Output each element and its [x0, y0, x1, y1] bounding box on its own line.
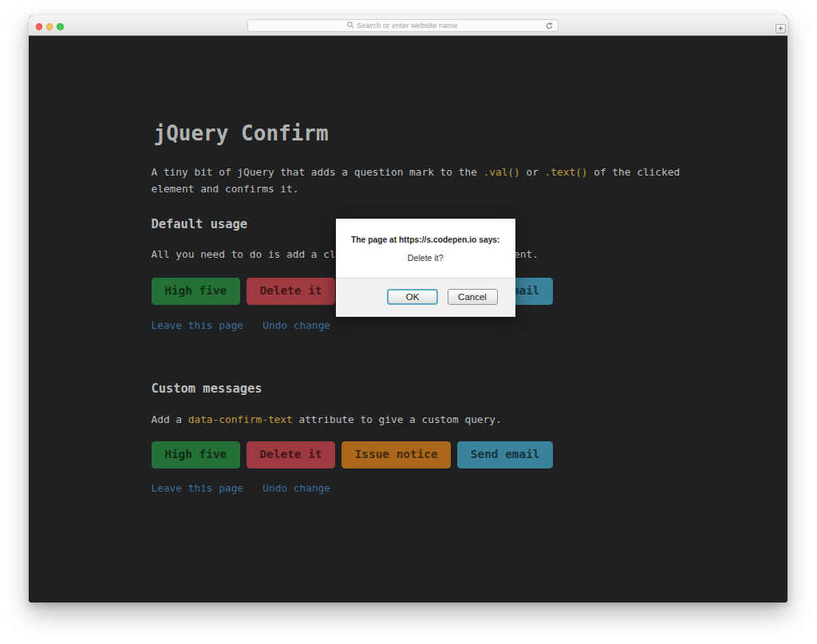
desc2-text-post: attribute to give a custom query.: [293, 413, 502, 425]
issue-notice-button-custom[interactable]: Issue notice: [341, 441, 451, 468]
undo-change-link[interactable]: Undo change: [262, 319, 330, 331]
intro-text-mid: or: [520, 166, 545, 178]
links-row-custom: Leave this page Undo change: [152, 480, 718, 497]
dialog-title: The page at https://s.codepen.io says:: [336, 235, 516, 244]
leave-this-page-link[interactable]: Leave this page: [152, 319, 244, 331]
links-row-default: Leave this page Undo change: [152, 318, 718, 334]
address-bar[interactable]: Search or enter website name: [247, 19, 558, 32]
browser-titlebar: Search or enter website name +: [29, 15, 787, 36]
send-email-button-custom[interactable]: Send email: [457, 441, 553, 468]
search-icon: [347, 22, 354, 29]
dialog-message: Delete it?: [336, 253, 516, 263]
custom-messages-description: Add a data-confirm-text attribute to giv…: [152, 412, 718, 429]
inline-code-text: .text(): [545, 166, 588, 178]
confirm-dialog: The page at https://s.codepen.io says: D…: [336, 219, 516, 317]
leave-this-page-link-custom[interactable]: Leave this page: [152, 482, 244, 494]
high-five-button[interactable]: High five: [152, 278, 240, 305]
section-heading-custom-messages: Custom messages: [152, 381, 718, 396]
browser-window: Search or enter website name + jQuery Co…: [29, 15, 787, 603]
inline-code-data-confirm-text: data-confirm-text: [188, 413, 293, 425]
new-tab-button[interactable]: +: [776, 24, 786, 34]
undo-change-link-custom[interactable]: Undo change: [262, 482, 330, 494]
intro-paragraph: A tiny bit of jQuery that adds a questio…: [152, 164, 718, 197]
page-content: jQuery Confirm A tiny bit of jQuery that…: [29, 36, 787, 603]
reload-icon[interactable]: [545, 22, 554, 30]
address-bar-placeholder: Search or enter website name: [357, 21, 458, 30]
dialog-footer: OK Cancel: [336, 278, 516, 317]
button-row-custom: High five Delete it Issue notice Send em…: [152, 441, 718, 468]
high-five-button-custom[interactable]: High five: [152, 441, 240, 468]
zoom-button[interactable]: [57, 23, 64, 30]
inline-code-val: .val(): [483, 166, 520, 178]
page-title: jQuery Confirm: [154, 121, 720, 145]
dialog-ok-button[interactable]: OK: [387, 289, 438, 305]
delete-it-button-custom[interactable]: Delete it: [247, 441, 335, 468]
stage: Search or enter website name + jQuery Co…: [0, 0, 817, 644]
intro-text: A tiny bit of jQuery that adds a questio…: [152, 166, 483, 178]
delete-it-button[interactable]: Delete it: [247, 278, 335, 305]
close-button[interactable]: [36, 23, 43, 30]
traffic-lights: [36, 23, 64, 30]
dialog-cancel-button[interactable]: Cancel: [448, 289, 498, 305]
minimize-button[interactable]: [46, 23, 53, 30]
desc2-text: Add a: [152, 413, 188, 425]
